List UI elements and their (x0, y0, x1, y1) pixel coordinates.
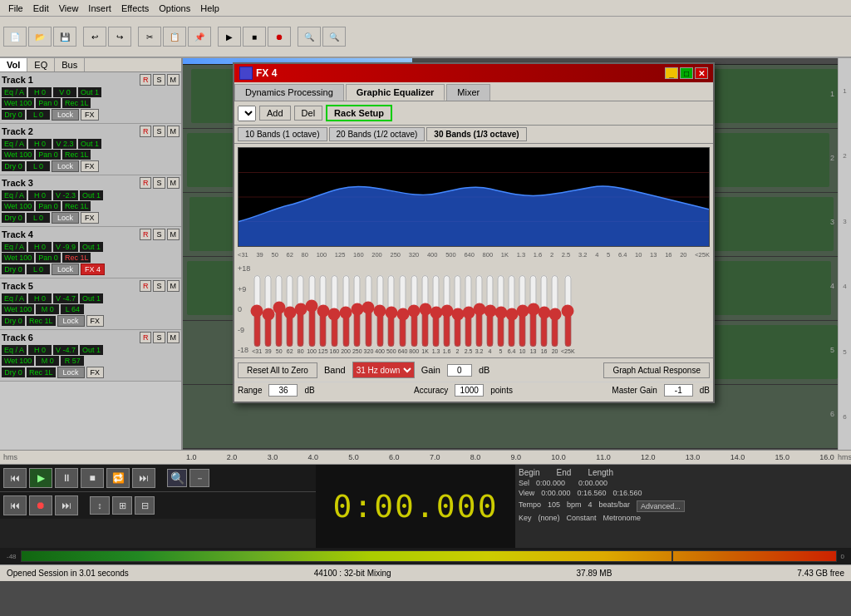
track-3-s-btn[interactable]: S (153, 177, 165, 189)
eq-reset-btn[interactable]: Reset All to Zero (238, 362, 317, 378)
toolbar-record[interactable]: ⏺ (268, 27, 291, 47)
track-5-lock-btn[interactable]: Lock (57, 315, 85, 327)
transport-zoom-in-btn[interactable]: 🔍 (167, 469, 187, 487)
eq-slider-15[interactable] (421, 274, 430, 347)
toolbar-copy[interactable]: 📋 (163, 27, 186, 47)
track-4-r-btn[interactable]: R (140, 229, 152, 240)
track-5-r-btn[interactable]: R (140, 280, 152, 292)
eq-slider-9[interactable] (352, 274, 362, 347)
track-5-m-btn[interactable]: M (167, 280, 180, 292)
panel-tab-bus[interactable]: Bus (55, 58, 85, 71)
eq-slider-1[interactable] (263, 274, 273, 347)
transport-play-btn[interactable]: ▶ (29, 468, 52, 488)
eq-slider-17[interactable] (442, 274, 451, 347)
toolbar-play[interactable]: ▶ (218, 27, 241, 47)
toolbar-save[interactable]: 💾 (53, 27, 76, 47)
menu-options[interactable]: Options (154, 2, 195, 15)
eq-slider-4[interactable] (296, 274, 305, 347)
transport-rec-btn[interactable]: ⏺ (29, 495, 52, 515)
fx-tab-eq[interactable]: Graphic Equalizer (346, 84, 445, 101)
toolbar-cut[interactable]: ✂ (138, 27, 161, 47)
fx-del-btn[interactable]: Del (294, 106, 323, 121)
track-2-s-btn[interactable]: S (153, 126, 165, 137)
track-6-s-btn[interactable]: S (153, 332, 165, 343)
track-3-m-btn[interactable]: M (167, 177, 180, 189)
eq-band-select[interactable]: 31 Hz down (352, 362, 415, 378)
eq-slider-3[interactable] (285, 274, 294, 347)
menu-help[interactable]: Help (195, 2, 224, 15)
track-4-lock-btn[interactable]: Lock (52, 264, 79, 275)
eq-slider-12[interactable] (386, 274, 396, 347)
eq-slider-24[interactable] (518, 274, 527, 347)
transport-pause-btn[interactable]: ⏸ (55, 468, 78, 488)
eq-slider-23[interactable] (507, 274, 516, 347)
transport-prev-btn[interactable]: ⏮ (3, 495, 27, 515)
track-1-r-btn[interactable]: R (140, 74, 152, 86)
eq-slider-26[interactable] (539, 274, 548, 347)
menu-edit[interactable]: Edit (28, 2, 54, 15)
track-1-fx-btn[interactable]: FX (81, 109, 99, 121)
toolbar-redo[interactable]: ↪ (108, 27, 131, 47)
eq-band-tab-10[interactable]: 10 Bands (1 octave) (238, 127, 327, 141)
toolbar-zoom-out[interactable]: 🔍 (322, 27, 346, 47)
menu-file[interactable]: File (3, 2, 28, 15)
eq-slider-28[interactable] (563, 274, 573, 347)
eq-slider-19[interactable] (464, 274, 473, 347)
fx-maximize-btn[interactable]: □ (680, 67, 693, 79)
eq-slider-16[interactable] (431, 274, 440, 347)
transport-zoom-out-btn[interactable]: － (189, 469, 209, 487)
toolbar-open[interactable]: 📂 (28, 27, 52, 47)
fx-preset-select[interactable] (238, 106, 256, 121)
eq-slider-5[interactable] (307, 274, 317, 347)
transport-next-btn[interactable]: ⏭ (55, 495, 78, 515)
eq-slider-8[interactable] (342, 274, 351, 347)
track-3-fx-btn[interactable]: FX (81, 212, 99, 224)
transport-stop-btn[interactable]: ■ (81, 468, 104, 488)
eq-band-tab-30[interactable]: 30 Bands (1/3 octave) (426, 127, 526, 141)
transport-nudge-btn[interactable]: ⊟ (135, 496, 155, 515)
fx-add-btn[interactable]: Add (259, 106, 291, 121)
track-5-fx-btn[interactable]: FX (86, 315, 105, 327)
transport-rewind-btn[interactable]: ⏮ (3, 468, 27, 488)
toolbar-paste[interactable]: 📌 (188, 27, 211, 47)
eq-slider-6[interactable] (318, 274, 327, 347)
track-3-r-btn[interactable]: R (140, 177, 152, 189)
eq-gain-input[interactable] (447, 364, 472, 377)
eq-slider-18[interactable] (453, 274, 462, 347)
panel-tab-vol[interactable]: Vol (0, 58, 27, 71)
transport-loop-btn[interactable]: 🔁 (106, 468, 130, 488)
track-1-m-btn[interactable]: M (167, 74, 180, 86)
track-4-s-btn[interactable]: S (153, 229, 165, 240)
eq-range-input[interactable] (268, 384, 298, 397)
eq-slider-27[interactable] (550, 274, 559, 347)
eq-slider-7[interactable] (330, 274, 339, 347)
track-4-fx-btn[interactable]: FX 4 (81, 264, 105, 275)
eq-slider-20[interactable] (475, 274, 484, 347)
eq-slider-10[interactable] (364, 274, 373, 347)
eq-band-tab-20[interactable]: 20 Bands (1/2 octave) (329, 127, 426, 141)
eq-master-gain-input[interactable] (664, 384, 693, 397)
track-3-lock-btn[interactable]: Lock (52, 212, 79, 224)
toolbar-stop[interactable]: ■ (243, 27, 266, 47)
menu-effects[interactable]: Effects (116, 2, 154, 15)
toolbar-zoom-in[interactable]: 🔍 (298, 27, 321, 47)
track-6-fx-btn[interactable]: FX (86, 367, 105, 378)
menu-view[interactable]: View (54, 2, 84, 15)
fx-minimize-btn[interactable]: _ (665, 67, 678, 79)
track-1-lock-btn[interactable]: Lock (52, 109, 79, 121)
track-2-m-btn[interactable]: M (167, 126, 180, 137)
fx-tab-mixer[interactable]: Mixer (446, 84, 490, 101)
track-6-m-btn[interactable]: M (167, 332, 180, 343)
eq-slider-22[interactable] (496, 274, 505, 347)
transport-forward-btn[interactable]: ⏭ (132, 468, 155, 488)
eq-slider-14[interactable] (410, 274, 419, 347)
fx-close-btn[interactable]: ✕ (695, 67, 708, 79)
advanced-btn[interactable]: Advanced... (637, 500, 685, 512)
eq-slider-21[interactable] (485, 274, 494, 347)
menu-insert[interactable]: Insert (83, 2, 116, 15)
track-2-lock-btn[interactable]: Lock (52, 160, 79, 172)
eq-slider-13[interactable] (398, 274, 407, 347)
toolbar-new[interactable]: 📄 (3, 27, 27, 47)
eq-accuracy-input[interactable] (455, 384, 484, 397)
panel-tab-eq[interactable]: EQ (27, 58, 55, 71)
